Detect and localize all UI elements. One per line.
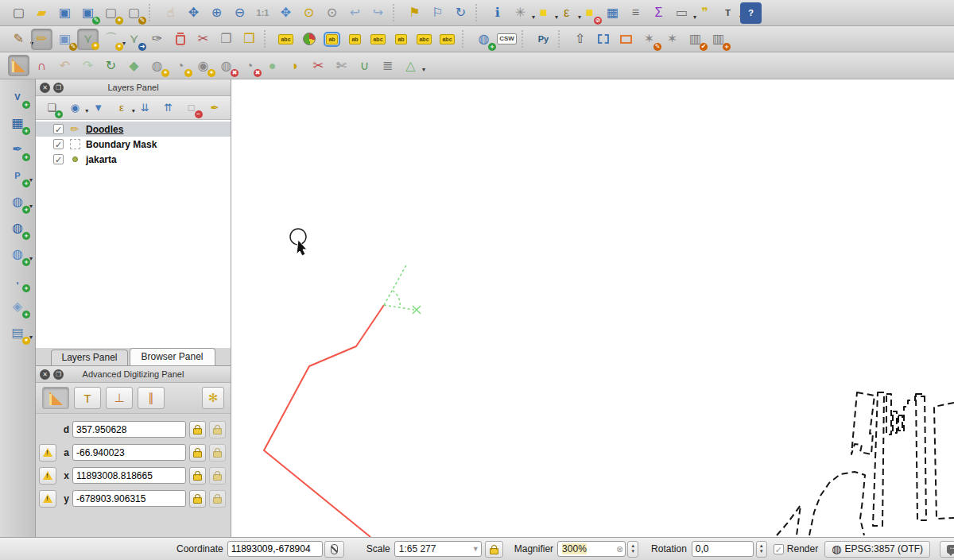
add-virtual-layer-dropdown-icon[interactable]: ▾	[29, 334, 33, 341]
help-button[interactable]: ?	[740, 2, 762, 24]
snapping-options-button[interactable]: ∩	[31, 55, 52, 76]
highlight-pinned-labels-button[interactable]: ab	[344, 29, 366, 50]
add-part-button[interactable]: ◔✶	[169, 55, 191, 76]
add-wms-layer-button[interactable]: ◍＋	[6, 217, 29, 239]
move-feature-button[interactable]: ⋎➜	[123, 29, 145, 50]
pan-to-selection-button[interactable]: ✥	[183, 2, 204, 24]
add-delimited-text-layer-button[interactable]: ,＋	[6, 269, 29, 292]
zoom-native-button[interactable]: 1:1	[252, 2, 273, 24]
d-lock-button[interactable]	[189, 421, 206, 438]
manage-layer-visibility-button[interactable]: ◉▾	[65, 98, 84, 118]
coordinate-input[interactable]	[227, 541, 323, 557]
rotate-point-symbols-dropdown-icon[interactable]: ▾	[422, 66, 425, 73]
d-lock-repeat-button[interactable]	[209, 421, 226, 438]
web-service-plugin-button[interactable]: ◍＋	[473, 29, 494, 50]
offset-curve-button[interactable]: ◗	[285, 55, 306, 76]
magnifier-input[interactable]: 300% ⊗	[557, 541, 626, 557]
rotate-point-symbols-button[interactable]: △▾	[400, 55, 421, 76]
d-value-input[interactable]	[72, 421, 186, 438]
show-bookmarks-button[interactable]: ⚐	[427, 2, 448, 24]
identify-features-button[interactable]: ℹ	[487, 2, 508, 24]
messages-button[interactable]: ⋯	[940, 541, 954, 558]
map-tips-button[interactable]: ❞	[694, 2, 716, 24]
simplify-feature-button[interactable]: ◆	[123, 55, 145, 76]
add-wfs-layer-button[interactable]: ◍＋▾	[6, 243, 29, 265]
layer-row-doodles[interactable]: ✓✏Doodles	[36, 122, 231, 137]
show-hide-labels-button[interactable]: abc	[367, 29, 389, 50]
add-circular-string-button[interactable]: ⌒✶▾	[100, 29, 122, 50]
filter-legend-by-expression-button[interactable]: ε▾	[112, 98, 131, 118]
move-label-button[interactable]: ab	[390, 29, 412, 50]
dock-tab-layers-panel[interactable]: Layers Panel	[51, 350, 127, 365]
paste-features-button[interactable]: ❒	[238, 29, 260, 50]
x-value-input[interactable]	[72, 467, 186, 484]
layer-labeling-options-button[interactable]: abc	[275, 29, 297, 50]
a-lock-button[interactable]	[189, 444, 206, 462]
add-spatialite-layer-button[interactable]: ✒＋	[6, 138, 29, 160]
fill-ring-button[interactable]: ◉✶	[192, 55, 214, 76]
y-lock-button[interactable]	[189, 490, 206, 508]
statistical-summary-button[interactable]: ≡	[625, 2, 646, 24]
x-lock-button[interactable]	[189, 467, 206, 485]
magnifier-spinner[interactable]: ▲▼	[627, 541, 638, 558]
rotate-label-button[interactable]: abc	[413, 29, 435, 50]
pin-unpin-labels-button[interactable]: ab	[321, 29, 343, 50]
undo-button[interactable]: ↶	[54, 55, 76, 76]
a-value-input[interactable]	[72, 444, 186, 461]
zoom-full-button[interactable]: ✥	[275, 2, 297, 24]
render-checkbox[interactable]: ✓	[774, 544, 784, 554]
metasearch-csw-button[interactable]: CSW	[496, 29, 518, 50]
construction-mode-button[interactable]: T	[74, 387, 101, 409]
deselect-all-button[interactable]: ■⊘	[579, 2, 600, 24]
offline-editing-convert-button[interactable]: ▥＋	[708, 29, 729, 50]
a-warning-button[interactable]	[39, 444, 56, 462]
clear-icon[interactable]: ⊗	[616, 544, 623, 554]
manage-layer-visibility-dropdown-icon[interactable]: ▾	[85, 107, 88, 114]
mouse-tracking-button[interactable]	[324, 541, 344, 558]
composer-manager-button[interactable]: ▢✎	[123, 2, 145, 24]
enable-cad-tools-button[interactable]	[42, 387, 69, 409]
enable-advanced-digitizing-button[interactable]	[8, 55, 29, 76]
add-group-button[interactable]: ❏＋	[42, 98, 61, 118]
new-project-button[interactable]: ▢	[8, 2, 29, 24]
collapse-all-button[interactable]: ⇈	[158, 98, 177, 118]
add-feature-button[interactable]: ⋎✶	[77, 29, 99, 50]
measure-button[interactable]: ▭▾	[671, 2, 692, 24]
rotation-spinner[interactable]: ▲▼	[756, 541, 767, 558]
perpendicular-constraint-button[interactable]: ⊥	[106, 387, 133, 409]
open-attribute-table-button[interactable]: ▦	[602, 2, 623, 24]
map-canvas[interactable]	[231, 79, 954, 537]
y-lock-repeat-button[interactable]	[209, 490, 226, 508]
node-tool-button[interactable]: ✑	[146, 29, 168, 50]
zoom-to-selection-button[interactable]: ⊙	[321, 2, 343, 24]
magic-wand-edit-button[interactable]: ✶✎	[638, 29, 660, 50]
current-edits-button[interactable]: ✎▾	[8, 29, 29, 50]
zoom-out-button[interactable]: ⊖	[229, 2, 250, 24]
save-layer-edits-button[interactable]: ▣✎	[54, 29, 76, 50]
layer-row-boundary-mask[interactable]: ✓Boundary Mask	[36, 137, 231, 152]
run-feature-action-button[interactable]: ✳▾	[510, 2, 531, 24]
canvas-extent-capture-button[interactable]	[592, 29, 614, 50]
magic-wand-button[interactable]: ✶	[661, 29, 683, 50]
scale-lock-button[interactable]	[485, 541, 503, 558]
select-features-button[interactable]: ■▾	[533, 2, 554, 24]
toggle-editing-button[interactable]: ✏	[31, 29, 52, 50]
change-label-button[interactable]: abc	[436, 29, 458, 50]
add-virtual-layer-button[interactable]: ▤✶▾	[6, 322, 29, 344]
layer-diagram-options-button[interactable]	[298, 29, 320, 50]
rotate-feature-button[interactable]: ↻	[100, 55, 122, 76]
zoom-in-button[interactable]: ⊕	[206, 2, 227, 24]
expand-all-button[interactable]: ⇊	[135, 98, 154, 118]
add-postgis-layer-dropdown-icon[interactable]: ▾	[29, 176, 33, 183]
dock-tab-browser-panel[interactable]: Browser Panel	[130, 348, 215, 365]
save-project-button[interactable]: ▣	[54, 2, 76, 24]
offline-editing-sync-button[interactable]: ▥✔	[684, 29, 706, 50]
text-annotation-button[interactable]: T▾	[717, 2, 739, 24]
merge-features-button[interactable]: ∪	[354, 55, 375, 76]
remove-layer-group-button[interactable]: □−	[182, 98, 201, 118]
add-ring-button[interactable]: ◍✶	[146, 55, 168, 76]
cut-features-button[interactable]: ✂	[192, 29, 214, 50]
add-wfs-layer-dropdown-icon[interactable]: ▾	[29, 255, 33, 262]
rotation-input[interactable]	[692, 541, 754, 557]
x-lock-repeat-button[interactable]	[209, 467, 226, 485]
